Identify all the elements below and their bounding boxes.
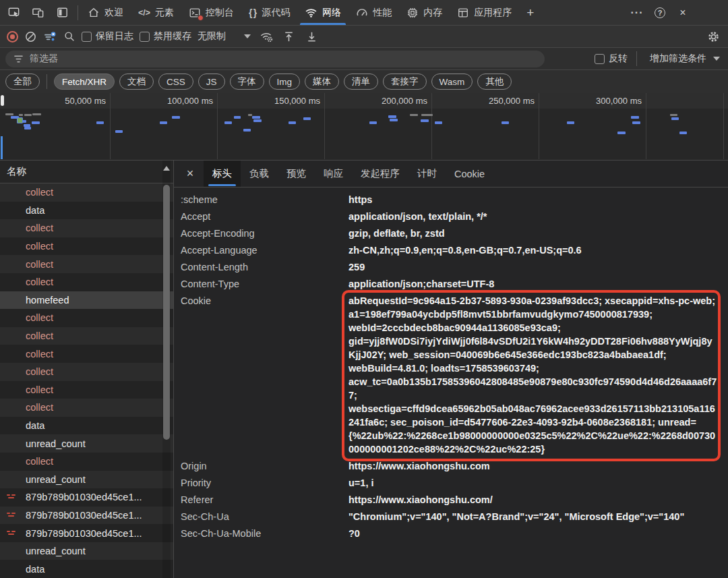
detail-tab-响应[interactable]: 响应 <box>315 161 352 187</box>
request-row[interactable]: 879b789b01030ed45ce1... <box>0 507 173 525</box>
checkbox[interactable] <box>82 32 92 42</box>
tab-内存[interactable]: 内存 <box>399 0 450 25</box>
settings-gear-icon[interactable] <box>707 30 720 43</box>
type-chip-css[interactable]: CSS <box>158 74 193 90</box>
request-row[interactable]: collect <box>0 399 173 417</box>
header-value: application/json;charset=UTF-8 <box>348 277 719 291</box>
detail-tab-发起程序[interactable]: 发起程序 <box>352 161 408 187</box>
detail-tab-负载[interactable]: 负载 <box>241 161 278 187</box>
checkbox[interactable] <box>595 54 605 64</box>
application-icon <box>457 7 469 19</box>
request-row[interactable]: data <box>0 560 173 578</box>
type-chip--[interactable]: 套接字 <box>383 74 427 90</box>
request-row[interactable]: collect <box>0 327 173 345</box>
import-har-icon[interactable] <box>282 30 295 43</box>
tab-欢迎[interactable]: 欢迎 <box>80 0 131 25</box>
scrollbar[interactable] <box>162 161 171 578</box>
tab-元素[interactable]: </>元素 <box>131 0 181 25</box>
invert-checkbox[interactable]: 反转 <box>595 53 628 65</box>
request-row[interactable]: unread_count <box>0 542 173 560</box>
request-name: data <box>26 564 44 575</box>
chevron-down-icon[interactable] <box>713 57 720 61</box>
throttling-select[interactable]: 无限制 <box>198 30 226 42</box>
network-overview-timeline[interactable]: 50,000 ms100,000 ms150,000 ms200,000 ms2… <box>0 93 728 161</box>
close-detail-button[interactable]: × <box>177 161 204 187</box>
type-chip-js[interactable]: JS <box>198 74 225 90</box>
request-row[interactable]: collect <box>0 453 173 471</box>
help-icon[interactable]: ? <box>650 3 670 23</box>
request-row[interactable]: homefeed <box>0 291 173 310</box>
inspect-icon[interactable] <box>1 0 26 25</box>
tab-new[interactable]: + <box>519 0 541 25</box>
tab-应用程序[interactable]: 应用程序 <box>450 0 519 25</box>
request-row[interactable]: 879b789b01030ed45ce1... <box>0 524 173 542</box>
request-row[interactable]: unread_count <box>0 434 173 453</box>
request-row[interactable]: collect <box>0 183 173 202</box>
close-icon[interactable]: × <box>673 3 693 23</box>
chevron-down-icon[interactable] <box>244 34 251 38</box>
preserve-log-checkbox[interactable]: 保留日志 <box>82 30 133 42</box>
scroll-up-arrow[interactable] <box>163 166 170 171</box>
waterfall-dash <box>390 119 398 121</box>
request-row[interactable]: collect <box>0 273 173 291</box>
waterfall-dash <box>567 121 574 124</box>
more-filters-button[interactable]: 增加筛选条件 <box>650 53 706 65</box>
header-row: Accept-Encodinggzip, deflate, br, zstd <box>181 225 719 241</box>
tab-性能[interactable]: 性能 <box>348 0 399 25</box>
search-icon[interactable] <box>63 30 75 42</box>
checkbox[interactable] <box>140 32 150 42</box>
request-row[interactable]: 879b789b01030ed45ce1... <box>0 488 173 507</box>
clear-button[interactable] <box>24 30 37 43</box>
dock-side-icon[interactable] <box>50 0 74 25</box>
request-row[interactable]: collect <box>0 345 173 363</box>
type-chip--[interactable]: 全部 <box>5 74 40 90</box>
detail-tab-预览[interactable]: 预览 <box>278 161 315 187</box>
request-row[interactable]: unread_count <box>0 471 173 489</box>
timeline-gridline <box>110 93 111 159</box>
detail-tab-计时[interactable]: 计时 <box>408 161 446 187</box>
type-chip-fetch-xhr[interactable]: Fetch/XHR <box>54 74 115 90</box>
disable-cache-label: 禁用缓存 <box>154 30 191 42</box>
disable-cache-checkbox[interactable]: 禁用缓存 <box>140 30 191 42</box>
detail-tab-Cookie[interactable]: Cookie <box>446 161 493 187</box>
more-icon[interactable]: ··· <box>627 3 647 23</box>
timeline-tick-label: 150,000 ms <box>238 96 320 106</box>
name-column-header[interactable]: 名称 <box>0 161 173 183</box>
header-key: Sec-Ch-Ua <box>181 510 348 523</box>
type-chip--[interactable]: 清单 <box>344 74 378 90</box>
type-chip-img[interactable]: Img <box>269 74 301 90</box>
request-row[interactable]: collect <box>0 381 173 399</box>
request-row[interactable]: collect <box>0 309 173 327</box>
request-detail-panel: ×标头负载预览响应发起程序计时Cookie :schemehttpsAccept… <box>174 161 728 578</box>
network-conditions-icon[interactable] <box>260 30 274 43</box>
tab-源代码[interactable]: { }源代码 <box>241 0 297 25</box>
detail-tab-标头[interactable]: 标头 <box>204 161 241 187</box>
request-name: collect <box>26 366 53 377</box>
type-chip--[interactable]: 文档 <box>119 74 154 90</box>
filter-requests-icon[interactable] <box>43 30 57 43</box>
request-row[interactable]: collect <box>0 237 173 256</box>
record-button[interactable] <box>7 31 18 42</box>
header-row: Refererhttps://www.xiaohongshu.com/ <box>181 491 719 508</box>
tab-控制台[interactable]: 控制台 <box>181 0 241 25</box>
request-name: collect <box>26 384 53 395</box>
scrollbar-thumb[interactable] <box>163 185 170 440</box>
filter-input[interactable]: 筛选器 <box>5 51 545 67</box>
overview-handle[interactable] <box>1 95 4 106</box>
request-row[interactable]: collect <box>0 255 173 273</box>
export-har-icon[interactable] <box>305 30 318 43</box>
type-chip-wasm[interactable]: Wasm <box>431 74 473 90</box>
request-row[interactable]: collect <box>0 219 173 237</box>
plus-icon: + <box>526 6 534 19</box>
waterfall-dash <box>32 121 40 124</box>
request-row[interactable]: data <box>0 417 173 435</box>
tab-网络[interactable]: 网络 <box>297 0 348 25</box>
type-chip--[interactable]: 其他 <box>477 74 512 90</box>
waterfall-dash <box>5 113 13 115</box>
request-row[interactable]: data <box>0 202 173 220</box>
type-chip--[interactable]: 字体 <box>230 74 264 90</box>
device-emulation-icon[interactable] <box>26 0 50 25</box>
request-row[interactable]: collect <box>0 363 173 381</box>
timeline-gridline <box>723 93 724 159</box>
type-chip--[interactable]: 媒体 <box>305 74 339 90</box>
